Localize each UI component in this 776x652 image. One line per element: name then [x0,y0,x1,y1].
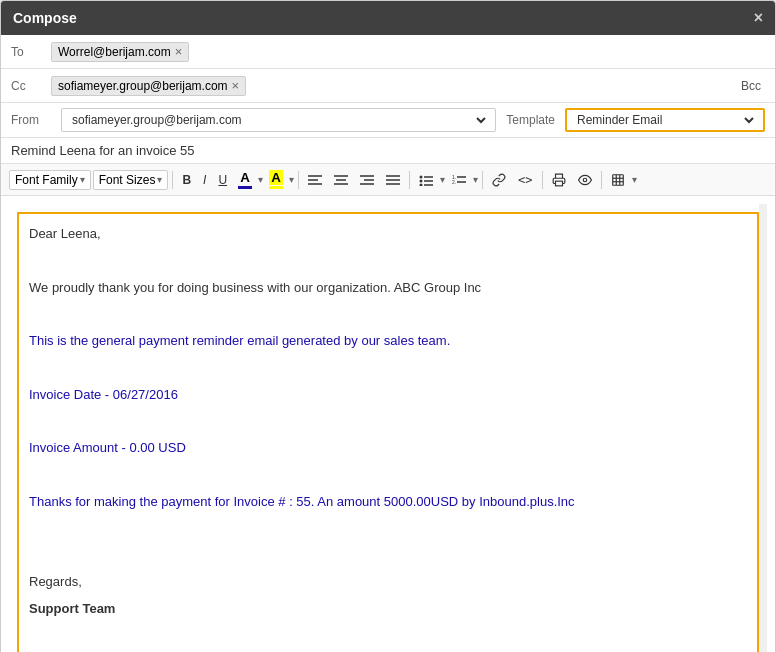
template-select[interactable]: Reminder Email [573,112,757,128]
compose-body: To Worrel@berijam.com × Cc sofiameyer.gr… [1,35,775,652]
list-unordered-icon [419,174,433,186]
underline-button[interactable]: U [213,170,232,190]
highlight-button[interactable]: A [265,168,287,191]
font-family-label: Font Family [15,173,78,187]
sep-5 [542,171,543,189]
line-5: This is the general payment reminder ema… [29,331,747,352]
align-right-button[interactable] [355,171,379,189]
svg-text:2.: 2. [452,179,456,185]
line-9: Invoice Amount - 0.00 USD [29,438,747,459]
align-center-button[interactable] [329,171,353,189]
svg-point-14 [420,179,423,182]
to-remove-1[interactable]: × [175,45,183,58]
from-row: From sofiameyer.group@berijam.com Templa… [1,103,775,138]
line-15: Support Team [29,599,747,620]
align-right-icon [360,174,374,186]
font-sizes-arrow: ▾ [157,174,162,185]
compose-window: Compose × To Worrel@berijam.com × Cc sof… [0,0,776,652]
svg-point-12 [420,175,423,178]
toolbar: Font Family ▾ Font Sizes ▾ B I U A ▾ A ▾ [1,164,775,196]
line-1: Dear Leena, [29,224,747,245]
from-select[interactable]: sofiameyer.group@berijam.com [68,112,489,128]
cc-row: Cc sofiameyer.group@berijam.com × Bcc [1,69,775,103]
line-3: We proudly thank you for doing business … [29,278,747,299]
to-row: To Worrel@berijam.com × [1,35,775,69]
align-justify-icon [386,174,400,186]
list-ordered-icon: 1.2. [452,174,466,186]
preview-icon [578,173,592,187]
to-chip-1: Worrel@berijam.com × [51,42,189,62]
subject-row: Remind Leena for an invoice 55 [1,138,775,164]
print-icon [552,173,566,187]
template-select-wrapper: Reminder Email [565,108,765,132]
scrollbar-track[interactable] [759,204,767,652]
table-arrow[interactable]: ▾ [632,174,637,185]
preview-button[interactable] [573,170,597,190]
template-label: Template [506,113,555,127]
italic-button[interactable]: I [198,170,211,190]
font-color-swatch [238,186,252,189]
highlight-arrow[interactable]: ▾ [289,174,294,185]
line-10 [29,465,747,486]
editor-spacer [29,626,747,652]
code-button[interactable]: <> [513,170,537,190]
list-unordered-button[interactable] [414,171,438,189]
sep-2 [298,171,299,189]
from-select-wrapper: sofiameyer.group@berijam.com [61,108,496,132]
line-14: Regards, [29,572,747,593]
font-family-dropdown[interactable]: Font Family ▾ [9,170,91,190]
editor-wrapper: Dear Leena, We proudly thank you for doi… [9,204,767,652]
align-left-icon [308,174,322,186]
subject-text: Remind Leena for an invoice 55 [11,143,195,158]
cc-values: sofiameyer.group@berijam.com × [51,76,741,96]
table-button[interactable] [606,170,630,190]
line-13 [29,546,747,567]
table-icon [611,173,625,187]
font-sizes-dropdown[interactable]: Font Sizes ▾ [93,170,169,190]
font-color-button[interactable]: A [234,168,256,191]
align-left-button[interactable] [303,171,327,189]
svg-point-16 [420,183,423,186]
compose-header: Compose × [1,1,775,35]
line-2 [29,251,747,272]
highlight-label: A [269,170,283,185]
print-button[interactable] [547,170,571,190]
cc-email-1: sofiameyer.group@berijam.com [58,79,228,93]
link-button[interactable] [487,170,511,190]
font-color-label: A [240,170,250,185]
to-values: Worrel@berijam.com × [51,42,765,62]
align-center-icon [334,174,348,186]
svg-rect-24 [612,174,623,185]
list-unordered-arrow[interactable]: ▾ [440,174,445,185]
line-11: Thanks for making the payment for Invoic… [29,492,747,513]
list-ordered-arrow[interactable]: ▾ [473,174,478,185]
sep-6 [601,171,602,189]
cc-label: Cc [11,79,51,93]
close-icon[interactable]: × [754,9,763,27]
sep-1 [172,171,173,189]
to-label: To [11,45,51,59]
font-color-arrow[interactable]: ▾ [258,174,263,185]
align-justify-button[interactable] [381,171,405,189]
compose-title: Compose [13,10,77,26]
list-ordered-button[interactable]: 1.2. [447,171,471,189]
line-8 [29,412,747,433]
editor-content: Dear Leena, We proudly thank you for doi… [29,224,747,620]
to-email-1: Worrel@berijam.com [58,45,171,59]
line-4 [29,304,747,325]
line-6 [29,358,747,379]
font-family-arrow: ▾ [80,174,85,185]
line-7: Invoice Date - 06/27/2016 [29,385,747,406]
highlight-swatch [269,186,283,189]
cc-remove-1[interactable]: × [232,79,240,92]
font-sizes-label: Font Sizes [99,173,156,187]
svg-rect-22 [555,181,562,186]
bold-button[interactable]: B [177,170,196,190]
link-icon [492,173,506,187]
editor-area[interactable]: Dear Leena, We proudly thank you for doi… [17,212,759,652]
from-label: From [11,113,51,127]
cc-chip-1: sofiameyer.group@berijam.com × [51,76,246,96]
line-12 [29,519,747,540]
bcc-link[interactable]: Bcc [741,79,765,93]
sep-3 [409,171,410,189]
